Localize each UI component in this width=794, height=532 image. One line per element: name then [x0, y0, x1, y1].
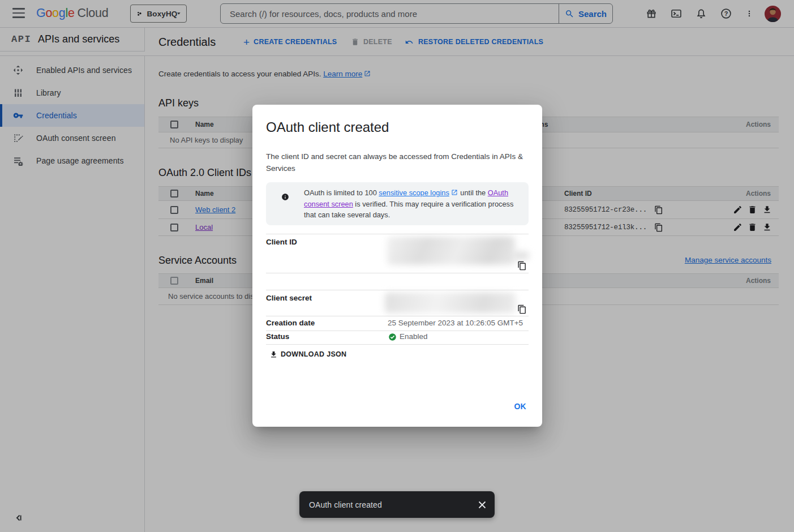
redacted-client-secret: [385, 293, 516, 313]
download-icon: [269, 350, 278, 359]
dialog-notice: OAuth is limited to 100 sensitive scope …: [266, 182, 529, 225]
gcp-console-page: GoogleCloud BoxyHQ Search (/) for resour…: [0, 0, 794, 532]
status-label: Status: [266, 332, 289, 341]
toast-snackbar: OAuth client created: [299, 491, 495, 518]
divider: [266, 344, 529, 345]
notice-text-mid: until the: [458, 188, 488, 197]
divider: [266, 234, 529, 234]
notice-text: OAuth is limited to 100 sensitive scope …: [304, 187, 526, 221]
creation-date-value: 25 September 2023 at 10:26:05 GMT+5: [388, 319, 523, 327]
dialog-title: OAuth client created: [266, 119, 389, 135]
check-circle-icon: [388, 333, 397, 341]
info-icon: [281, 193, 289, 201]
download-json-button[interactable]: DOWNLOAD JSON: [269, 347, 346, 361]
sensitive-scope-logins-link[interactable]: sensitive scope logins: [379, 188, 449, 197]
copy-icon[interactable]: [517, 304, 527, 314]
creation-date-label: Creation date: [266, 319, 315, 327]
status-value: Enabled: [400, 332, 428, 341]
divider: [266, 290, 529, 290]
divider: [266, 273, 529, 273]
notice-text-pre: OAuth is limited to 100: [304, 188, 379, 197]
copy-icon[interactable]: [517, 261, 527, 271]
divider: [266, 316, 529, 316]
divider: [266, 331, 529, 331]
close-icon[interactable]: [478, 500, 487, 509]
download-json-label: DOWNLOAD JSON: [281, 350, 346, 358]
redacted-client-id-tail: [512, 251, 529, 260]
oauth-client-created-dialog: OAuth client created The client ID and s…: [252, 105, 542, 427]
toast-message: OAuth client created: [309, 500, 382, 509]
client-secret-label: Client secret: [266, 294, 312, 302]
redacted-client-id: [387, 237, 515, 265]
external-link-icon: [451, 189, 458, 196]
ok-button[interactable]: OK: [510, 397, 530, 415]
client-id-label: Client ID: [266, 238, 297, 246]
dialog-body-text: The client ID and secret can always be a…: [266, 151, 527, 174]
